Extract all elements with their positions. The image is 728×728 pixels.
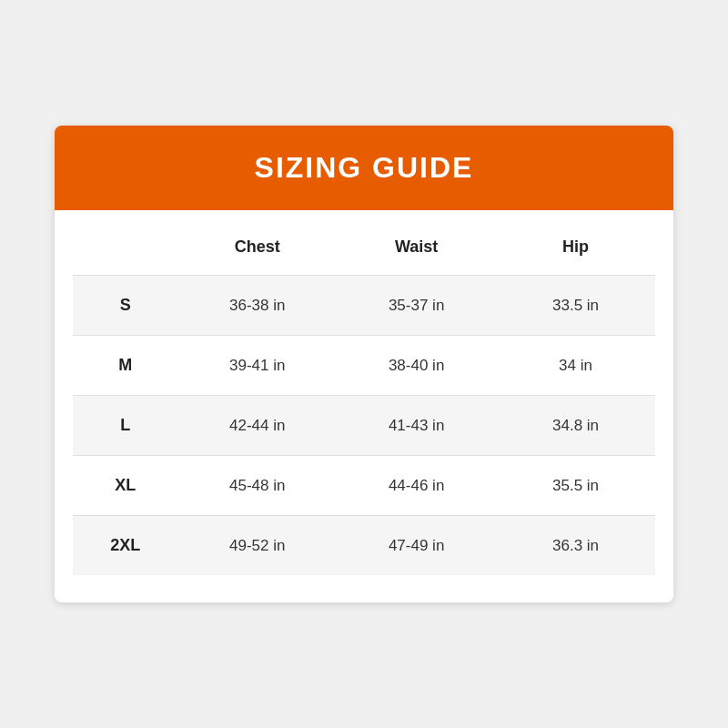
card-header: SIZING GUIDE	[55, 126, 673, 210]
table-row: 2XL49-52 in47-49 in36.3 in	[73, 516, 655, 576]
cell-chest: 45-48 in	[177, 456, 337, 516]
cell-hip: 34.8 in	[496, 396, 655, 456]
table-row: L42-44 in41-43 in34.8 in	[73, 396, 655, 456]
cell-size: M	[73, 336, 177, 396]
col-hip-label: Hip	[496, 219, 655, 276]
cell-waist: 38-40 in	[337, 336, 496, 396]
page-title: SIZING GUIDE	[73, 151, 655, 185]
cell-chest: 42-44 in	[177, 396, 337, 456]
cell-hip: 34 in	[496, 336, 655, 396]
col-waist-label: Waist	[337, 219, 496, 276]
col-size-label	[73, 219, 177, 276]
cell-waist: 44-46 in	[337, 456, 496, 516]
cell-size: L	[73, 396, 177, 456]
cell-chest: 39-41 in	[177, 336, 337, 396]
cell-size: 2XL	[73, 516, 177, 576]
table-row: S36-38 in35-37 in33.5 in	[73, 276, 655, 336]
table-header-row: Chest Waist Hip	[73, 219, 655, 276]
table-body: S36-38 in35-37 in33.5 inM39-41 in38-40 i…	[73, 276, 655, 576]
sizing-table: Chest Waist Hip S36-38 in35-37 in33.5 in…	[73, 219, 655, 575]
cell-size: S	[73, 276, 177, 336]
cell-hip: 33.5 in	[496, 276, 655, 336]
cell-hip: 36.3 in	[496, 516, 655, 576]
cell-chest: 49-52 in	[177, 516, 337, 576]
table-row: XL45-48 in44-46 in35.5 in	[73, 456, 655, 516]
table-row: M39-41 in38-40 in34 in	[73, 336, 655, 396]
cell-waist: 47-49 in	[337, 516, 496, 576]
cell-hip: 35.5 in	[496, 456, 655, 516]
cell-chest: 36-38 in	[177, 276, 337, 336]
table-container: Chest Waist Hip S36-38 in35-37 in33.5 in…	[55, 210, 673, 602]
col-chest-label: Chest	[177, 219, 337, 276]
cell-waist: 35-37 in	[337, 276, 496, 336]
cell-size: XL	[73, 456, 177, 516]
cell-waist: 41-43 in	[337, 396, 496, 456]
sizing-guide-card: SIZING GUIDE Chest Waist Hip S36-38 in35…	[55, 126, 673, 602]
